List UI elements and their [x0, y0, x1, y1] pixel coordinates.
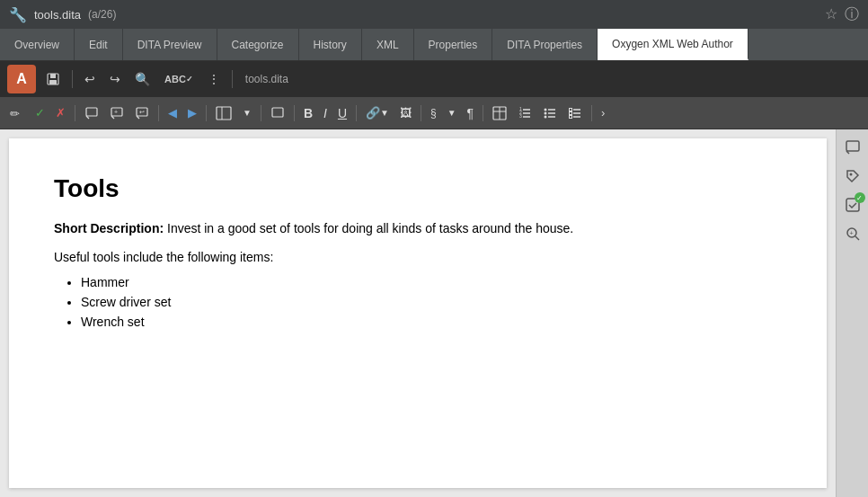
svg-rect-33	[570, 108, 572, 111]
tab-dita-preview[interactable]: DITA Preview	[123, 29, 217, 60]
sep10	[483, 105, 483, 121]
doc-list: Hammer Screw driver set Wrench set	[81, 275, 782, 329]
svg-rect-1	[50, 74, 56, 78]
tab-history[interactable]: History	[299, 29, 362, 60]
main-area: Tools Short Description: Invest in a goo…	[0, 129, 868, 497]
sep2	[232, 70, 233, 88]
italic-button[interactable]: I	[319, 103, 332, 123]
redo-button[interactable]: ↪	[105, 69, 125, 89]
svg-rect-12	[217, 107, 231, 120]
title-bar-filename: tools.dita	[34, 8, 81, 22]
sep7	[294, 105, 295, 121]
app-icon: 🔧	[9, 6, 27, 23]
sep1	[72, 70, 73, 88]
svg-text:+: +	[849, 230, 853, 236]
section-button[interactable]: §	[426, 104, 441, 122]
review-badge: ✓	[855, 192, 865, 203]
editor-filename: tools.dita	[245, 73, 288, 85]
list-task-button[interactable]	[563, 103, 587, 123]
list-unordered-button[interactable]	[538, 103, 562, 123]
svg-text:✏: ✏	[10, 107, 20, 120]
sep4	[158, 105, 159, 121]
link-button[interactable]: 🔗▼	[361, 103, 394, 122]
more-toolbar-button[interactable]: ›	[597, 103, 609, 122]
list-ordered-button[interactable]: 123	[513, 103, 536, 123]
tab-categorize[interactable]: Categorize	[217, 29, 299, 60]
nav-forward-button[interactable]: ▶	[183, 103, 201, 122]
title-bar-badge: (a/26)	[88, 8, 116, 21]
tab-bar: Overview Edit DITA Preview Categorize Hi…	[0, 29, 868, 61]
tab-xml[interactable]: XML	[362, 29, 414, 60]
tab-overview[interactable]: Overview	[0, 29, 75, 60]
table-button[interactable]	[488, 103, 511, 123]
spellcheck-button[interactable]: ABC✓	[160, 71, 198, 87]
doc-intro: Useful tools include the following items…	[54, 250, 782, 264]
sidebar-review-icon[interactable]: ✓	[840, 192, 865, 217]
bold-button[interactable]: B	[299, 103, 317, 123]
fullscreen-button[interactable]	[266, 103, 289, 123]
doc-title: Tools	[54, 174, 782, 203]
sep5	[206, 105, 207, 121]
list-item: Wrench set	[81, 315, 782, 329]
edit-comment-button[interactable]: +	[105, 103, 128, 123]
insert-comment-button[interactable]	[80, 103, 103, 123]
template-more-button[interactable]: ▼	[238, 105, 256, 120]
tab-oxygen-xml[interactable]: Oxygen XML Web Author	[598, 29, 748, 60]
search-button[interactable]: 🔍	[130, 69, 155, 89]
reject-button[interactable]: ✗	[51, 103, 70, 122]
svg-text:↩: ↩	[139, 109, 145, 115]
title-bar-icons: ☆ ⓘ	[825, 5, 859, 24]
save-button[interactable]	[41, 69, 65, 89]
sidebar-tags-icon[interactable]	[840, 164, 865, 189]
list-item: Hammer	[81, 275, 782, 289]
short-desc-label: Short Description:	[54, 221, 164, 235]
info-icon[interactable]: ⓘ	[845, 5, 859, 24]
reply-comment-button[interactable]: ↩	[130, 103, 154, 123]
nav-back-button[interactable]: ◀	[164, 103, 182, 122]
title-bar: 🔧 tools.dita (a/26) ☆ ⓘ	[0, 0, 868, 29]
svg-text:+: +	[114, 109, 118, 115]
document-page: Tools Short Description: Invest in a goo…	[9, 138, 827, 488]
star-icon[interactable]: ☆	[825, 5, 837, 24]
template-button[interactable]	[211, 103, 236, 123]
editor-toolbar: A ↩ ↪ 🔍 ABC✓ ⋮ tools.dita	[0, 61, 868, 97]
track-changes-button[interactable]: ✏	[5, 103, 29, 123]
svg-line-41	[855, 236, 859, 240]
sep6	[261, 105, 261, 121]
editor-area[interactable]: Tools Short Description: Invest in a goo…	[0, 129, 836, 497]
sep8	[356, 105, 357, 121]
svg-point-28	[545, 111, 547, 114]
sidebar-comments-icon[interactable]	[840, 135, 865, 160]
svg-rect-2	[49, 80, 57, 84]
underline-button[interactable]: U	[333, 103, 351, 123]
svg-point-38	[849, 173, 852, 176]
paragraph-button[interactable]: ¶	[463, 103, 479, 123]
sep11	[591, 105, 592, 121]
sep9	[421, 105, 421, 121]
tab-properties[interactable]: Properties	[414, 29, 493, 60]
short-desc-text: Invest in a good set of tools for doing …	[167, 221, 573, 235]
sidebar-search-icon[interactable]: +	[840, 221, 865, 246]
doc-short-description: Short Description: Invest in a good set …	[54, 221, 782, 235]
svg-rect-34	[570, 111, 572, 114]
svg-rect-4	[86, 108, 97, 116]
tab-edit[interactable]: Edit	[75, 29, 123, 60]
oxygen-logo: A	[7, 65, 36, 93]
svg-text:3: 3	[519, 113, 522, 119]
image-button[interactable]: 🖼	[395, 103, 416, 122]
svg-rect-35	[570, 115, 572, 118]
title-bar-left: 🔧 tools.dita (a/26)	[9, 6, 116, 23]
editor-toolbar2: ✏ ✓ ✗ + ↩ ◀ ▶ ▼ B I U 🔗▼ 🖼 § ▼ ¶ 123 ›	[0, 97, 868, 129]
more-button[interactable]: ⋮	[203, 69, 225, 89]
svg-rect-14	[272, 108, 283, 117]
accept-button[interactable]: ✓	[31, 103, 49, 122]
tab-dita-properties[interactable]: DITA Properties	[492, 29, 598, 60]
right-sidebar: ✓ +	[836, 129, 868, 497]
svg-point-29	[545, 115, 547, 118]
svg-rect-36	[846, 141, 859, 151]
undo-button[interactable]: ↩	[80, 69, 100, 89]
list-item: Screw driver set	[81, 295, 782, 309]
svg-point-27	[545, 108, 547, 111]
sep3	[75, 105, 75, 121]
section-more-button[interactable]: ▼	[443, 105, 461, 120]
